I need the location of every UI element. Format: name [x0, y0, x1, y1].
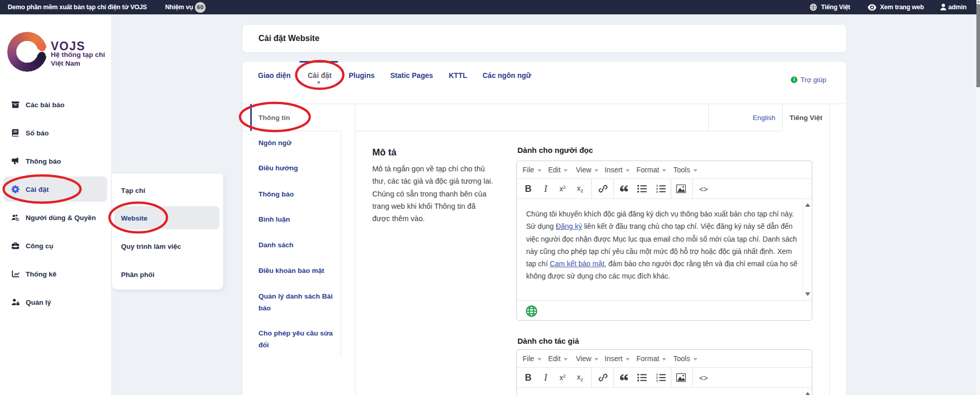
svg-text:3: 3 [656, 190, 658, 193]
svg-text:3: 3 [656, 379, 658, 382]
